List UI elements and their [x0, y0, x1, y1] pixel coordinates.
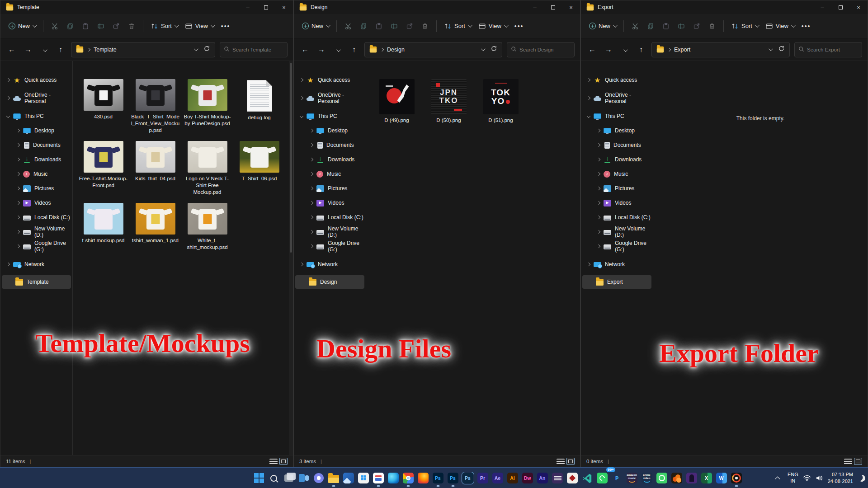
tray-overflow-chevron-icon[interactable] — [775, 476, 780, 481]
language-indicator[interactable]: ENGIN — [788, 472, 798, 484]
rename-button[interactable] — [93, 19, 108, 33]
sidebar-item-pictures[interactable]: Pictures — [0, 181, 72, 196]
tree-chevron-icon[interactable] — [597, 201, 600, 205]
large-icons-view-button[interactable] — [566, 458, 575, 465]
sidebar-item-onedrive-personal[interactable]: OneDrive - Personal — [0, 91, 72, 105]
volume-icon[interactable] — [816, 475, 823, 481]
excel-icon[interactable]: X — [699, 469, 714, 487]
back-button[interactable]: ← — [299, 46, 311, 54]
details-view-button[interactable] — [844, 459, 852, 465]
sidebar-item-google-drive-g-[interactable]: Google Drive (G:) — [0, 239, 72, 253]
vertical-scrollbar[interactable] — [289, 61, 293, 455]
file-item[interactable]: Boy T-Shirt Mockup-by-PuneDesign.psd — [181, 79, 233, 134]
tree-chevron-icon[interactable] — [310, 143, 313, 147]
tree-chevron-icon[interactable] — [16, 230, 20, 234]
sidebar-item-new-volume-d-[interactable]: New Volume (D:) — [581, 225, 653, 239]
file-item[interactable]: Free-T-shirt-Mockup-Front.psd — [77, 141, 129, 196]
sidebar-item-new-volume-d-[interactable]: New Volume (D:) — [0, 225, 72, 239]
illustrator-icon[interactable]: Ai — [505, 469, 520, 487]
sidebar-item-local-disk-c-[interactable]: Local Disk (C:) — [0, 210, 72, 225]
new-button[interactable]: New — [298, 20, 333, 32]
tree-chevron-icon[interactable] — [597, 129, 600, 132]
more-button[interactable]: ••• — [798, 20, 815, 33]
delete-button[interactable] — [417, 19, 433, 33]
sidebar-item-desktop[interactable]: Desktop — [294, 123, 366, 138]
cut-button[interactable] — [340, 19, 356, 33]
share-button[interactable] — [108, 19, 124, 33]
tree-chevron-icon[interactable] — [300, 78, 303, 82]
copy-button[interactable] — [356, 19, 371, 33]
file-explorer-icon[interactable] — [326, 469, 341, 487]
new-button[interactable]: New — [585, 20, 620, 32]
purple-game-icon[interactable] — [684, 469, 699, 487]
file-item[interactable]: tshirt_woman_1.psd — [129, 203, 181, 251]
start-icon[interactable] — [251, 469, 266, 487]
messenger-p-icon[interactable]: P99+ — [609, 469, 624, 487]
more-button[interactable]: ••• — [511, 20, 528, 33]
word-icon[interactable]: W — [714, 469, 729, 487]
tree-chevron-icon[interactable] — [587, 96, 590, 100]
sidebar-item-this-pc[interactable]: This PC — [294, 109, 366, 123]
delete-button[interactable] — [704, 19, 720, 33]
vscode-icon[interactable] — [580, 469, 594, 487]
wifi-icon[interactable] — [803, 475, 811, 481]
tree-chevron-icon[interactable] — [6, 263, 10, 266]
rename-button[interactable] — [674, 19, 689, 33]
sidebar-item-desktop[interactable]: Desktop — [581, 123, 653, 138]
forward-button[interactable]: → — [22, 46, 34, 54]
tree-chevron-icon[interactable] — [16, 143, 20, 147]
green-clock-app-icon[interactable] — [654, 469, 669, 487]
photoshop-icon[interactable]: Ps — [430, 469, 445, 487]
breadcrumb-folder[interactable]: Template — [94, 47, 117, 53]
focus-assist-moon-icon[interactable] — [858, 474, 866, 482]
sort-button[interactable]: Sort — [147, 20, 181, 33]
tree-chevron-icon[interactable] — [300, 96, 303, 100]
search-box[interactable] — [507, 42, 575, 57]
sidebar-item-downloads[interactable]: Downloads — [581, 152, 653, 167]
firefox-icon[interactable] — [415, 469, 430, 487]
share-button[interactable] — [402, 19, 417, 33]
dreamweaver-icon[interactable]: Dw — [520, 469, 535, 487]
sidebar-item-current-folder[interactable]: Design — [295, 275, 364, 289]
refresh-button[interactable] — [491, 45, 497, 54]
more-button[interactable]: ••• — [217, 20, 234, 33]
tree-chevron-icon[interactable] — [597, 187, 600, 190]
sidebar-item-onedrive-personal[interactable]: OneDrive - Personal — [294, 91, 366, 105]
search-box[interactable] — [220, 42, 288, 57]
tree-chevron-icon[interactable] — [587, 78, 590, 82]
breadcrumb[interactable]: Export — [651, 42, 790, 57]
minimize-button[interactable]: – — [239, 0, 257, 14]
up-button[interactable]: ↑ — [635, 46, 647, 54]
sidebar-item-this-pc[interactable]: This PC — [581, 109, 653, 123]
share-button[interactable] — [689, 19, 704, 33]
rename-button[interactable] — [387, 19, 402, 33]
delete-button[interactable] — [124, 19, 139, 33]
tree-chevron-icon[interactable] — [597, 143, 600, 147]
maximize-button[interactable] — [257, 0, 275, 14]
sidebar-item-downloads[interactable]: Downloads — [294, 152, 366, 167]
file-item[interactable]: Logo on V Neck T-Shirt Free Mockup.psd — [181, 141, 233, 196]
tree-chevron-icon[interactable] — [310, 158, 313, 161]
tree-chevron-icon[interactable] — [597, 172, 600, 176]
tree-chevron-icon[interactable] — [16, 201, 20, 205]
search-icon[interactable] — [266, 469, 281, 487]
tree-chevron-icon[interactable] — [597, 230, 600, 234]
tree-chevron-icon[interactable] — [597, 216, 600, 219]
sidebar-item-local-disk-c-[interactable]: Local Disk (C:) — [294, 210, 366, 225]
file-item[interactable]: Kids_thirt_04.psd — [129, 141, 181, 196]
recorder-icon[interactable] — [729, 469, 744, 487]
sidebar-item-documents[interactable]: Documents — [294, 138, 366, 152]
file-item[interactable]: 430.psd — [77, 79, 129, 134]
search-input[interactable] — [232, 47, 283, 52]
tree-chevron-icon[interactable] — [310, 230, 313, 234]
sidebar-item-quick-access[interactable]: ★Quick access — [581, 73, 653, 87]
sort-button[interactable]: Sort — [727, 20, 762, 33]
file-item[interactable]: JPNTKOD (50).png — [423, 79, 475, 124]
file-item[interactable]: T_Shirt_06.psd — [233, 141, 285, 196]
amazon-music-icon[interactable]: amazon music — [624, 469, 639, 487]
tree-chevron-icon[interactable] — [16, 172, 20, 176]
tree-chevron-icon[interactable] — [16, 216, 20, 219]
fl-studio-icon[interactable] — [669, 469, 684, 487]
sidebar-item-google-drive-g-[interactable]: Google Drive (G:) — [294, 239, 366, 253]
sidebar-item-videos[interactable]: Videos — [581, 196, 653, 210]
